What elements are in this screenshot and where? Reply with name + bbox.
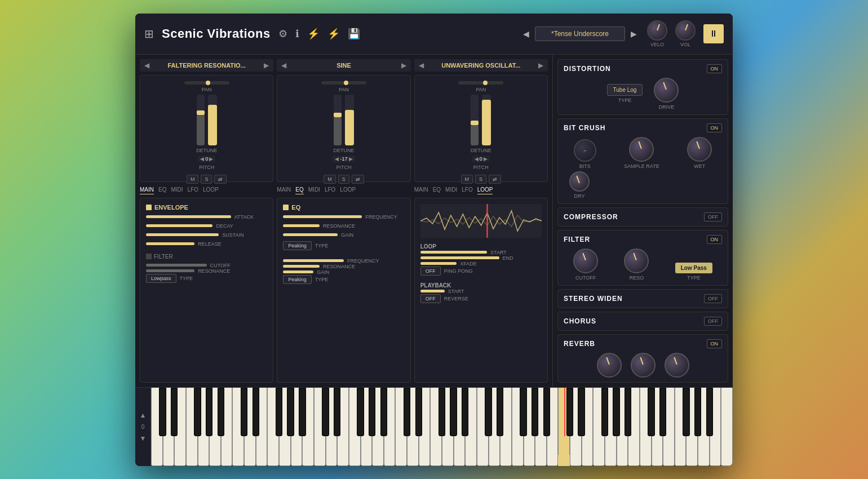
osc3-shuffle-btn[interactable]: ⇌ (489, 175, 501, 184)
save-icon[interactable]: 💾 (348, 28, 360, 40)
osc2-fader1[interactable] (334, 95, 342, 145)
settings-icon[interactable]: ⚙ (278, 28, 287, 40)
black-key[interactable] (171, 388, 178, 436)
filter-reso-knob[interactable] (624, 249, 649, 273)
osc1-detune-val[interactable]: ◀ 0 ▶ (198, 156, 215, 162)
osc3-fader2[interactable] (482, 95, 491, 145)
black-key[interactable] (694, 388, 701, 436)
black-key[interactable] (404, 388, 410, 436)
black-key[interactable] (543, 388, 550, 436)
tab-osc3-main[interactable]: MAIN (414, 185, 428, 194)
black-key[interactable] (276, 388, 282, 436)
eq-res2-slider[interactable] (283, 265, 320, 268)
osc2-detune-val[interactable]: ◀ -17 ▶ (333, 156, 355, 162)
tab-osc1-midi[interactable]: MIDI (171, 185, 183, 194)
tab-osc2-lfo[interactable]: LFO (325, 185, 335, 194)
eq-res1-slider[interactable] (283, 224, 320, 227)
osc2-shuffle-btn[interactable]: ⇌ (352, 175, 364, 184)
decay-slider[interactable] (146, 224, 212, 227)
black-key[interactable] (159, 388, 166, 436)
tab-osc1-main[interactable]: MAIN (140, 185, 154, 194)
reverb-toggle[interactable]: ON (707, 339, 723, 348)
black-key[interactable] (415, 388, 422, 436)
dry-knob[interactable] (569, 171, 590, 192)
white-key[interactable] (721, 388, 733, 466)
black-key[interactable] (683, 388, 689, 436)
eq-gain1-slider[interactable] (283, 233, 338, 236)
sustain-slider[interactable] (146, 233, 219, 236)
osc1-mute-btn[interactable]: M (187, 175, 199, 184)
tab-osc3-eq[interactable]: EQ (433, 185, 441, 194)
tab-osc3-midi[interactable]: MIDI (445, 185, 457, 194)
distortion-type-btn[interactable]: Tube Log (607, 84, 643, 96)
cutoff-slider[interactable] (146, 264, 207, 267)
black-key[interactable] (357, 388, 364, 436)
black-key[interactable] (450, 388, 457, 436)
osc3-solo-btn[interactable]: S (475, 175, 486, 184)
tab-osc1-lfo[interactable]: LFO (188, 185, 198, 194)
black-key[interactable] (218, 388, 224, 436)
tab-osc1-loop[interactable]: LOOP (203, 185, 219, 194)
samplerate-knob[interactable] (629, 137, 654, 162)
tab-osc3-loop[interactable]: LOOP (477, 185, 493, 194)
osc1-shuffle-btn[interactable]: ⇌ (214, 175, 227, 184)
osc2-solo-btn[interactable]: S (338, 175, 349, 184)
tab-osc2-midi[interactable]: MIDI (308, 185, 320, 194)
black-key[interactable] (613, 388, 619, 436)
resonance-slider[interactable] (146, 269, 194, 272)
playback-reverse-btn[interactable]: OFF (420, 294, 441, 303)
black-key[interactable] (659, 388, 666, 436)
attack-slider[interactable] (146, 215, 231, 218)
distortion-drive-knob[interactable] (654, 78, 679, 103)
osc3-mute-btn[interactable]: M (461, 175, 473, 184)
distortion-toggle[interactable]: ON (707, 64, 723, 73)
next-preset-arrow[interactable]: ▶ (628, 27, 639, 41)
reverb-knob2[interactable] (631, 353, 656, 378)
filter-fx-toggle[interactable]: ON (707, 235, 723, 244)
black-key[interactable] (206, 388, 212, 436)
tab-osc2-eq[interactable]: EQ (295, 185, 303, 194)
eq-type2-btn[interactable]: Peaking (283, 275, 312, 284)
black-key[interactable] (439, 388, 445, 436)
osc1-pan-slider[interactable] (184, 81, 229, 85)
eq-freq2-slider[interactable] (283, 259, 344, 262)
black-key[interactable] (497, 388, 503, 436)
black-key[interactable] (369, 388, 375, 436)
black-key[interactable] (241, 388, 247, 436)
preset-name[interactable]: *Tense Underscore (535, 26, 625, 41)
bitcrush-toggle[interactable]: ON (707, 123, 723, 132)
tab-osc3-lfo[interactable]: LFO (462, 185, 472, 194)
eq-type1-btn[interactable]: Peaking (283, 241, 312, 250)
black-key[interactable] (648, 388, 654, 436)
loop-start-slider[interactable] (420, 251, 487, 254)
osc3-next[interactable]: ▶ (538, 61, 543, 69)
vol-knob[interactable] (675, 20, 696, 41)
black-key[interactable] (566, 388, 573, 436)
filter-checkbox[interactable] (146, 254, 152, 259)
filter-fx-type-btn[interactable]: Low Pass (675, 263, 712, 273)
black-key[interactable] (520, 388, 526, 436)
menu-icon[interactable]: ⊞ (144, 27, 154, 41)
black-key[interactable] (601, 388, 608, 436)
black-key[interactable] (380, 388, 387, 436)
filter-cutoff-knob[interactable] (573, 249, 598, 273)
envelope-checkbox[interactable] (146, 205, 152, 210)
osc1-fader2[interactable] (208, 95, 217, 145)
osc2-next[interactable]: ▶ (401, 61, 406, 69)
reverb-knob3[interactable] (665, 353, 689, 378)
osc2-pan-slider[interactable] (321, 81, 366, 85)
eq-gain2-slider[interactable] (283, 270, 313, 273)
osc3-detune-val[interactable]: ◀ 0 ▶ (472, 156, 490, 162)
midi2-icon[interactable]: ⚡ (327, 28, 340, 40)
osc3-fader1[interactable] (471, 95, 479, 145)
eq-freq1-slider[interactable] (283, 215, 362, 218)
kbd-down-arrow[interactable]: ▼ (140, 434, 147, 442)
velo-knob[interactable] (647, 20, 667, 41)
loop-pingpong-btn[interactable]: OFF (420, 267, 441, 276)
osc3-prev[interactable]: ◀ (419, 61, 424, 69)
black-key[interactable] (706, 388, 713, 436)
osc3-pan-slider[interactable] (458, 81, 503, 85)
black-key[interactable] (299, 388, 305, 436)
prev-preset-arrow[interactable]: ◀ (521, 27, 532, 41)
filter-type-btn[interactable]: Lowpass (146, 274, 176, 283)
